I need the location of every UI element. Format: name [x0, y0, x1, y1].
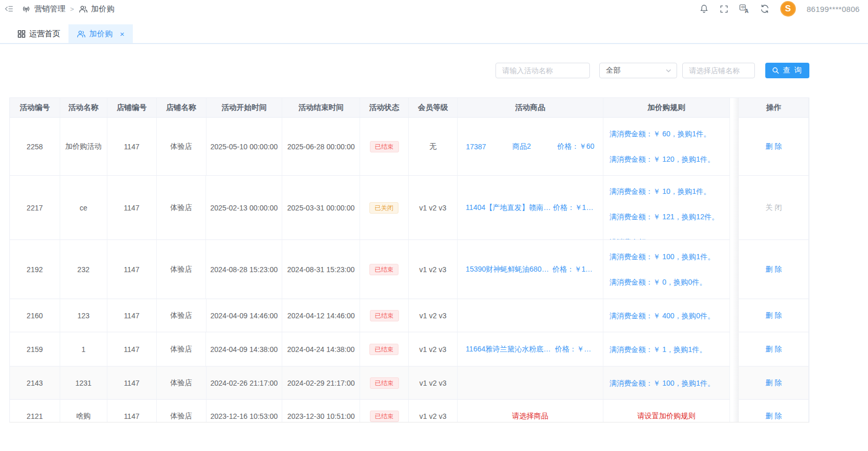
cell-end-time: 2025-03-31 00:00:00: [282, 176, 360, 240]
product-link[interactable]: 商品2: [512, 142, 531, 151]
table-header-row: 活动编号活动名称店铺编号店铺名称活动开始时间活动结束时间活动状态会员等级活动商品…: [10, 98, 809, 118]
product-link[interactable]: 价格：￥60: [557, 142, 595, 151]
activity-name-input[interactable]: [495, 63, 590, 78]
close-icon[interactable]: ×: [120, 30, 125, 38]
product-link[interactable]: 11664雅诗兰黛沁水粉底液 ...: [466, 345, 555, 354]
product-warning-text: 请选择商品: [512, 412, 548, 421]
users-icon: [77, 30, 86, 38]
table-row: 2121啥购1147体验店2023-12-16 10:53:002023-12-…: [10, 400, 809, 422]
column-header-store-name: 店铺名称: [157, 98, 206, 118]
rule-line: 满消费金额：￥ 60，换购1件。: [610, 129, 711, 139]
fullscreen-icon[interactable]: [720, 5, 728, 13]
cell-products: 请选择商品: [458, 400, 603, 422]
product-link[interactable]: 11404【产地直发】赣南九...: [466, 203, 553, 213]
column-header-products: 活动商品: [458, 98, 603, 118]
cell-activity-id: 2258: [10, 118, 60, 176]
rules-list: 满消费金额：￥ 400，换购0件。: [603, 299, 730, 332]
cell-rules: 满消费金额：￥ 60，换购1件。满消费金额：￥ 120，换购1件。: [603, 118, 731, 176]
tab-label: 加价购: [89, 29, 113, 39]
cell-products: 17387商品2价格：￥60: [458, 118, 603, 176]
cell-store-id: 1147: [107, 176, 157, 240]
cell-store-id: 1147: [107, 332, 157, 367]
rule-line: 满消费金额：￥ 0，换购0件。: [610, 277, 707, 287]
cell-status: 已结束: [360, 367, 409, 400]
cell-end-time: 2025-06-28 00:00:00: [282, 118, 360, 176]
cell-activity-name: 加价购活动: [60, 118, 107, 176]
rule-line: 满消费金额：￥: [610, 237, 660, 239]
product-link[interactable]: 价格：￥530: [555, 345, 595, 354]
cell-end-time: 2024-04-24 14:38:00: [282, 332, 360, 367]
avatar-logo[interactable]: S: [780, 1, 796, 17]
cell-store-id: 1147: [107, 118, 157, 176]
tab-markup-purchase[interactable]: 加价购 ×: [68, 24, 133, 43]
column-header-status: 活动状态: [360, 98, 409, 118]
rules-warning-text: 请设置加价购规则: [637, 412, 695, 421]
column-header-action: 操作: [739, 98, 809, 118]
cell-status: 已结束: [360, 240, 409, 299]
filter-bar: 全部 查 询: [0, 63, 809, 78]
product-link[interactable]: 15390财神蚝鲜蚝油680g ...: [466, 265, 553, 274]
cell-action: 删 除: [739, 299, 809, 332]
search-icon: [772, 67, 779, 74]
breadcrumb-level2: 加价购: [91, 4, 115, 14]
rule-line: 满消费金额：￥ 121，换购12件。: [610, 212, 719, 222]
tab-operation-home[interactable]: 运营首页: [9, 24, 68, 43]
user-id: 86199****0806: [807, 5, 860, 13]
delete-action-link[interactable]: 删 除: [765, 265, 782, 274]
delete-action-link[interactable]: 删 除: [765, 345, 782, 354]
search-button[interactable]: 查 询: [765, 63, 809, 78]
dashboard-grid-icon: [18, 30, 25, 38]
delete-action-link[interactable]: 删 除: [765, 311, 782, 320]
cell-activity-name: 123: [60, 299, 107, 332]
store-name-input[interactable]: [682, 63, 755, 78]
cell-status: 已结束: [360, 118, 409, 176]
collapse-sidebar-icon[interactable]: [4, 5, 13, 13]
cell-member-level: v1 v2 v3: [409, 299, 458, 332]
delete-action-link[interactable]: 删 除: [765, 412, 782, 421]
status-select[interactable]: 全部: [599, 63, 677, 78]
fixed-column-gap: [730, 332, 739, 367]
table-row: 215911147体验店2024-04-09 14:38:002024-04-2…: [10, 332, 809, 367]
translate-icon[interactable]: 中 A: [739, 4, 749, 13]
cell-status: 已结束: [360, 299, 409, 332]
cell-start-time: 2025-05-10 00:00:00: [206, 118, 283, 176]
delete-action-link[interactable]: 删 除: [765, 142, 782, 151]
cell-action: 删 除: [739, 118, 809, 176]
table-row: 2258加价购活动1147体验店2025-05-10 00:00:002025-…: [10, 118, 809, 176]
bell-icon[interactable]: [699, 4, 709, 13]
delete-action-link[interactable]: 删 除: [765, 378, 782, 388]
cell-store-name: 体验店: [157, 367, 206, 400]
rule-line: 满消费金额：￥ 1，换购1件。: [610, 344, 707, 355]
cell-member-level: v1 v2 v3: [409, 367, 458, 400]
product-link[interactable]: 价格：￥19.9: [553, 203, 595, 213]
rule-line: 满消费金额：￥ 100，换购1件。: [610, 251, 715, 262]
cell-store-name: 体验店: [157, 176, 206, 240]
cell-activity-name: 啥购: [60, 400, 107, 422]
fixed-column-gap: [730, 299, 739, 332]
cell-store-id: 1147: [107, 299, 157, 332]
breadcrumb-level1[interactable]: 营销管理: [34, 4, 65, 14]
cell-products: [458, 299, 603, 332]
topbar-actions: 中 A S 86199****0806: [699, 1, 860, 17]
cell-store-name: 体验店: [157, 299, 206, 332]
cell-start-time: 2025-02-13 00:00:00: [206, 176, 282, 240]
rules-list: 满消费金额：￥ 60，换购1件。满消费金额：￥ 120，换购1件。: [603, 118, 730, 175]
topbar: 营销管理 > 加价购 中 A: [0, 0, 868, 18]
column-header-member-level: 会员等级: [409, 98, 458, 118]
refresh-icon[interactable]: [760, 4, 769, 13]
table-row: 21601231147体验店2024-04-09 14:46:002024-04…: [10, 299, 809, 332]
cell-end-time: 2023-12-30 10:51:00: [282, 400, 360, 422]
rule-line: 满消费金额：￥ 120，换购1件。: [610, 154, 715, 164]
product-link[interactable]: 价格：￥11.9: [553, 265, 595, 274]
fixed-column-gap: [730, 176, 739, 240]
breadcrumb-separator: >: [70, 5, 74, 13]
fixed-column-gap: [730, 400, 739, 422]
product-link[interactable]: 17387: [466, 143, 486, 151]
cell-store-id: 1147: [107, 240, 157, 299]
close-action-link[interactable]: 关 闭: [765, 203, 782, 213]
column-header-rules: 加价购规则: [603, 98, 731, 118]
svg-text:A: A: [745, 8, 748, 13]
chevron-down-icon: [665, 67, 672, 74]
cell-status: 已结束: [360, 332, 409, 367]
cell-action: 删 除: [739, 400, 809, 422]
